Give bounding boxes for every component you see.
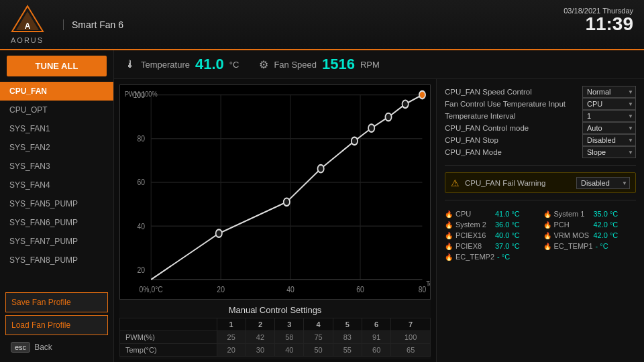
tune-all-button[interactable]: TUNE ALL <box>7 56 107 76</box>
sidebar-item-sys_fan7_pump[interactable]: SYS_FAN7_PUMP <box>0 232 113 251</box>
col-header-6: 6 <box>362 318 391 331</box>
setting-label: CPU_FAN Stop <box>445 136 582 144</box>
setting-select-wrapper: CPU <box>582 98 636 110</box>
table-cell[interactable]: 83 <box>333 331 362 344</box>
svg-text:60: 60 <box>137 177 145 186</box>
table-cell[interactable]: 65 <box>391 344 431 357</box>
svg-point-27 <box>352 137 358 145</box>
table-cell[interactable]: 55 <box>333 344 362 357</box>
temp-flame-icon: 🔥 <box>445 221 453 229</box>
svg-text:0%,0°C: 0%,0°C <box>140 284 164 294</box>
setting-row: Temperature Interval 1 <box>445 110 636 122</box>
setting-row: CPU_FAN Mode Slope <box>445 146 636 158</box>
chart-area: 100 80 60 40 20 0%,0°C 20 40 60 80 Tempe… <box>114 79 436 362</box>
app-title: Smart Fan 6 <box>63 19 123 30</box>
divider-2 <box>445 200 636 200</box>
temp-name: PCIEX16 <box>455 231 492 239</box>
chart-wrapper[interactable]: 100 80 60 40 20 0%,0°C 20 40 60 80 Tempe… <box>119 84 431 300</box>
col-header-7: 7 <box>391 318 431 331</box>
setting-select[interactable]: Disabled <box>582 134 636 146</box>
col-header-5: 5 <box>333 318 362 331</box>
warning-select-wrapper: Disabled Enabled <box>576 176 630 189</box>
table-cell[interactable]: 58 <box>275 331 304 344</box>
fan-curve-chart[interactable]: 100 80 60 40 20 0%,0°C 20 40 60 80 Tempe… <box>120 85 430 299</box>
fan-speed-label: Fan Speed <box>274 60 317 70</box>
svg-text:40: 40 <box>137 221 145 230</box>
sidebar-item-cpu_opt[interactable]: CPU_OPT <box>0 101 113 119</box>
setting-select-wrapper: Slope <box>582 146 636 158</box>
svg-point-30 <box>402 100 409 108</box>
setting-select[interactable]: Normal <box>582 86 636 98</box>
temp-value: 42.0 °C <box>594 221 619 229</box>
sidebar: TUNE ALL CPU_FANCPU_OPTSYS_FAN1SYS_FAN2S… <box>0 50 114 362</box>
aorus-logo-icon: A <box>11 5 44 35</box>
temp-flame-icon: 🔥 <box>445 243 453 250</box>
divider-1 <box>445 165 636 166</box>
table-cell[interactable]: 75 <box>304 331 333 344</box>
sidebar-item-cpu_fan[interactable]: CPU_FAN <box>0 82 113 101</box>
setting-label: CPU_FAN Mode <box>445 148 582 156</box>
aorus-text: AORUS <box>11 36 44 44</box>
setting-select[interactable]: CPU <box>582 98 636 110</box>
sidebar-item-sys_fan1[interactable]: SYS_FAN1 <box>0 119 113 138</box>
setting-label: Temperature Interval <box>445 112 582 120</box>
fan-list: CPU_FANCPU_OPTSYS_FAN1SYS_FAN2SYS_FAN3SY… <box>0 82 113 269</box>
warning-label: CPU_FAN Fail Warning <box>465 179 571 187</box>
table-cell[interactable]: 100 <box>391 331 431 344</box>
table-row: Temp(°C)20304050556065 <box>120 344 431 357</box>
temp-item: 🔥 VRM MOS 42.0 °C <box>543 231 637 239</box>
sidebar-item-sys_fan2[interactable]: SYS_FAN2 <box>0 138 113 157</box>
svg-text:20: 20 <box>137 265 145 274</box>
sidebar-item-sys_fan3[interactable]: SYS_FAN3 <box>0 157 113 176</box>
temp-item: 🔥 EC_TEMP2 - °C <box>445 253 538 261</box>
temp-name: CPU <box>455 210 492 218</box>
temp-flame-icon: 🔥 <box>543 221 551 229</box>
table-cell[interactable]: 42 <box>246 331 274 344</box>
temp-value: 36.0 °C <box>495 221 520 229</box>
col-header-1: 1 <box>217 318 246 331</box>
table-cell[interactable]: 30 <box>246 344 274 357</box>
svg-point-24 <box>216 229 222 237</box>
temp-flame-icon: 🔥 <box>543 210 551 218</box>
svg-text:80: 80 <box>137 133 145 143</box>
setting-select[interactable]: Auto <box>582 122 636 134</box>
temp-item: 🔥 System 1 35.0 °C <box>543 210 637 218</box>
back-label: Back <box>34 343 52 352</box>
warning-select[interactable]: Disabled Enabled <box>576 177 630 189</box>
table-cell[interactable]: 60 <box>362 344 391 357</box>
warning-icon: ⚠ <box>451 178 460 188</box>
center-right: 100 80 60 40 20 0%,0°C 20 40 60 80 Tempe… <box>114 79 644 362</box>
ctrl-table-body: PWM(%)254258758391100Temp(°C)20304050556… <box>120 331 431 357</box>
table-row: PWM(%)254258758391100 <box>120 331 431 344</box>
sidebar-item-sys_fan8_pump[interactable]: SYS_FAN8_PUMP <box>0 251 113 269</box>
esc-key[interactable]: esc <box>11 342 30 353</box>
temp-value: 35.0 °C <box>594 210 619 218</box>
temp-label: Temperature <box>141 60 190 70</box>
save-fan-profile-button[interactable]: Save Fan Profile <box>5 292 108 312</box>
temp-name: VRM MOS <box>554 231 591 239</box>
table-cell[interactable]: 50 <box>304 344 333 357</box>
table-cell[interactable]: 40 <box>275 344 304 357</box>
svg-point-29 <box>385 113 391 121</box>
table-cell[interactable]: 91 <box>362 331 391 344</box>
temp-unit: °C <box>229 60 239 70</box>
sidebar-item-sys_fan5_pump[interactable]: SYS_FAN5_PUMP <box>0 194 113 213</box>
temp-value: 40.0 °C <box>495 231 520 239</box>
sidebar-item-sys_fan4[interactable]: SYS_FAN4 <box>0 176 113 194</box>
row-label: Temp(°C) <box>120 344 217 357</box>
sidebar-item-sys_fan6_pump[interactable]: SYS_FAN6_PUMP <box>0 213 113 232</box>
setting-select[interactable]: 1 <box>582 110 636 122</box>
fan-speed-value: 1516 <box>322 56 355 73</box>
setting-row: CPU_FAN Stop Disabled <box>445 134 636 146</box>
temp-flame-icon: 🔥 <box>445 210 453 218</box>
table-cell[interactable]: 20 <box>217 344 246 357</box>
setting-select[interactable]: Slope <box>582 146 636 158</box>
load-fan-profile-button[interactable]: Load Fan Profile <box>5 315 108 335</box>
table-cell[interactable]: 25 <box>217 331 246 344</box>
temp-flame-icon: 🔥 <box>445 253 453 261</box>
fan-icon: ⚙ <box>259 58 268 71</box>
temperature-stat: 🌡 Temperature 41.0 °C <box>125 56 239 73</box>
svg-text:PWM 100%: PWM 100% <box>125 90 158 98</box>
temp-name: System 1 <box>554 210 591 218</box>
settings-list: CPU_FAN Speed Control Normal Fan Control… <box>445 86 636 158</box>
